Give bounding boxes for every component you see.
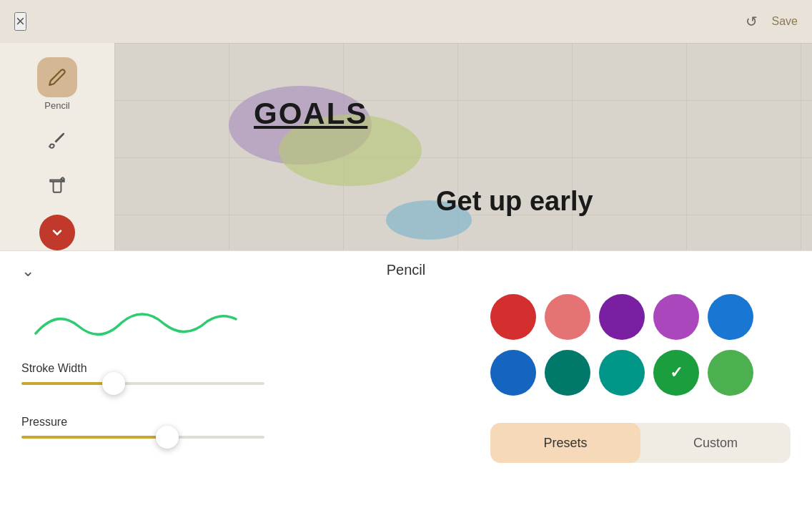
pencil-label: Pencil xyxy=(44,100,69,111)
bottom-panel: ⌄ Pencil Stroke Width Pressure xyxy=(0,250,812,508)
pencil-tool[interactable]: Pencil xyxy=(37,57,77,111)
undo-button[interactable]: ↺ xyxy=(746,13,758,30)
color-swatch-teal[interactable] xyxy=(599,350,645,396)
color-swatch-teal-dark[interactable] xyxy=(545,350,590,396)
stroke-preview xyxy=(21,294,250,351)
pressure-section: Pressure xyxy=(21,416,340,439)
presets-tab[interactable]: Presets xyxy=(490,423,640,463)
stroke-width-thumb[interactable] xyxy=(102,372,125,395)
tab-row: Presets Custom xyxy=(490,423,791,463)
color-swatch-blue-dark[interactable] xyxy=(490,350,536,396)
color-palette xyxy=(490,294,791,406)
color-swatch-blue[interactable] xyxy=(708,294,753,340)
panel-title: Pencil xyxy=(387,262,425,278)
color-swatch-red-light[interactable] xyxy=(545,294,590,340)
pencil-button[interactable] xyxy=(37,57,77,97)
pressure-thumb[interactable] xyxy=(156,426,179,449)
top-bar-right: ↺ Save xyxy=(746,13,798,30)
close-button[interactable]: × xyxy=(14,12,26,31)
pressure-label: Pressure xyxy=(21,416,340,429)
brush2-icon xyxy=(48,175,66,194)
color-swatch-purple-dark[interactable] xyxy=(599,294,645,340)
collapse-button[interactable]: ⌄ xyxy=(21,262,34,280)
save-button[interactable]: Save xyxy=(772,15,798,28)
subtitle-text: Get up early xyxy=(436,186,593,217)
stroke-width-label: Stroke Width xyxy=(21,362,340,375)
brush2-button[interactable] xyxy=(39,167,75,202)
color-row-1 xyxy=(490,294,791,340)
color-swatch-green-light[interactable] xyxy=(708,350,753,396)
stroke-width-fill xyxy=(21,382,114,385)
stroke-width-track[interactable] xyxy=(21,382,264,385)
canvas-area[interactable]: GOALS Get up early xyxy=(114,43,812,250)
chevron-down-icon xyxy=(50,225,64,240)
brush1-button[interactable] xyxy=(39,122,75,158)
pressure-track[interactable] xyxy=(21,436,264,439)
sidebar: Pencil xyxy=(0,43,114,250)
more-button[interactable] xyxy=(39,215,75,250)
goals-text: GOALS xyxy=(254,97,367,131)
color-row-2 xyxy=(490,350,791,396)
color-swatch-green-selected[interactable] xyxy=(653,350,699,396)
top-bar: × ↺ Save xyxy=(0,0,812,43)
brush1-icon xyxy=(48,131,66,150)
pencil-icon xyxy=(48,68,66,87)
custom-tab[interactable]: Custom xyxy=(640,423,791,463)
pressure-fill xyxy=(21,436,167,439)
color-swatch-red-dark[interactable] xyxy=(490,294,536,340)
color-swatch-purple-light[interactable] xyxy=(653,294,699,340)
stroke-width-section: Stroke Width xyxy=(21,362,340,385)
